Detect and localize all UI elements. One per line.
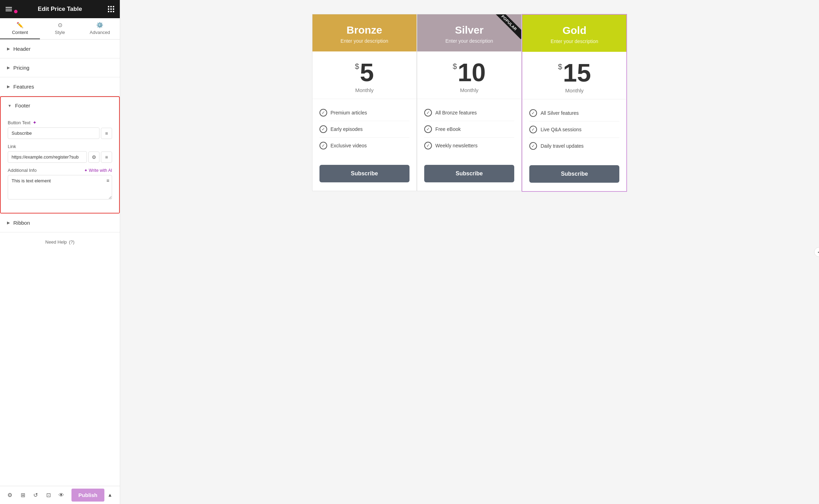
bronze-features-area: ✓ Premium articles ✓ Early episodes ✓ Ex… — [312, 99, 417, 159]
additional-info-label-row: Additional Info ✦ Write with AI — [8, 168, 112, 173]
sidebar: Edit Price Table ✏️ Content ⊙ Style ⚙️ A… — [0, 0, 120, 504]
header-section-label: Header — [13, 46, 30, 52]
help-circle-icon: (?) — [69, 239, 75, 245]
need-help-label: Need Help — [45, 239, 67, 245]
gold-card: Gold Enter your description $ 15 Monthly… — [522, 14, 627, 192]
silver-title: Silver — [424, 24, 514, 36]
accordion-features-section: ▶ Features — [0, 77, 120, 96]
dynamic-tags-icon[interactable]: ✦ — [33, 120, 37, 125]
publish-expand-icon[interactable]: ▲ — [104, 489, 116, 501]
footer-section-label: Footer — [15, 103, 30, 108]
accordion-ribbon-toggle[interactable]: ▶ Ribbon — [0, 214, 120, 232]
bronze-price-area: $ 5 Monthly — [312, 51, 417, 99]
bronze-price-display: $ 5 — [319, 60, 410, 85]
silver-features-area: ✓ All Bronze features ✓ Free eBook ✓ Wee… — [417, 99, 521, 159]
gold-feature-1: ✓ All Silver features — [529, 105, 619, 121]
link-input[interactable] — [8, 151, 87, 163]
settings-toolbar-icon[interactable]: ⚙ — [4, 489, 16, 502]
main-content: ◀ Bronze Enter your description $ 5 Mont… — [120, 0, 819, 504]
preview-toolbar-icon[interactable]: 👁 — [56, 489, 67, 502]
silver-card: Silver Enter your description POPULAR $ … — [417, 14, 522, 191]
button-text-row: Button Text ✦ ≡ — [8, 120, 112, 139]
bronze-subscribe-btn[interactable]: Subscribe — [319, 165, 410, 182]
gold-card-header: Gold Enter your description — [522, 15, 626, 52]
link-label: Link — [8, 144, 16, 149]
link-row: Link ⚙ ≡ — [8, 144, 112, 163]
responsive-toolbar-icon[interactable]: ⊡ — [43, 489, 54, 502]
silver-feature-3: ✓ Weekly newsletters — [424, 138, 514, 154]
gold-check-icon-1: ✓ — [529, 109, 537, 117]
accordion-ribbon-section: ▶ Ribbon — [0, 214, 120, 232]
gold-title: Gold — [529, 24, 619, 36]
advanced-tab-icon: ⚙️ — [96, 22, 103, 28]
link-settings-icon[interactable]: ⚙ — [88, 152, 99, 163]
gold-price-display: $ 15 — [529, 60, 619, 85]
sidebar-collapse-btn[interactable]: ◀ — [814, 247, 819, 257]
bronze-subscribe-area: Subscribe — [312, 159, 417, 191]
gold-feature-2: ✓ Live Q&A sessions — [529, 121, 619, 138]
additional-info-textarea[interactable]: This is text element — [8, 175, 112, 200]
link-input-group: ⚙ ≡ — [8, 151, 112, 163]
accordion-header-toggle[interactable]: ▶ Header — [0, 40, 120, 58]
pricing-section-label: Pricing — [13, 65, 29, 71]
silver-currency: $ — [453, 62, 457, 71]
silver-desc: Enter your description — [424, 38, 514, 44]
ribbon-section-label: Ribbon — [13, 220, 30, 226]
textarea-db-icon[interactable]: ≡ — [106, 178, 109, 183]
write-with-ai-btn[interactable]: ✦ Write with AI — [84, 168, 112, 173]
layers-toolbar-icon[interactable]: ⊞ — [17, 489, 29, 502]
sidebar-header: Edit Price Table — [0, 0, 120, 18]
ribbon-arrow-icon: ▶ — [7, 220, 10, 225]
pricing-arrow-icon: ▶ — [7, 65, 10, 70]
need-help-row[interactable]: Need Help (?) — [0, 232, 120, 252]
style-tab-icon: ⊙ — [58, 22, 62, 28]
accordion-pricing-toggle[interactable]: ▶ Pricing — [0, 58, 120, 77]
bronze-feature-2: ✓ Early episodes — [319, 121, 410, 138]
bronze-feature-3: ✓ Exclusive videos — [319, 138, 410, 154]
silver-price-area: $ 10 Monthly — [417, 51, 521, 99]
menu-icon[interactable] — [6, 7, 12, 11]
button-text-label: Button Text ✦ — [8, 120, 112, 125]
accordion-features-toggle[interactable]: ▶ Features — [0, 77, 120, 96]
tab-bar: ✏️ Content ⊙ Style ⚙️ Advanced — [0, 18, 120, 40]
gold-feature-3: ✓ Daily travel updates — [529, 138, 619, 154]
button-text-db-icon[interactable]: ≡ — [101, 128, 112, 139]
content-tab-label: Content — [12, 30, 28, 35]
additional-info-row: Additional Info ✦ Write with AI This is … — [8, 168, 112, 201]
accordion-header-section: ▶ Header — [0, 40, 120, 58]
gold-check-icon-3: ✓ — [529, 142, 537, 150]
publish-button[interactable]: Publish — [71, 489, 104, 502]
gold-price-number: 15 — [563, 60, 591, 85]
silver-subscribe-btn[interactable]: Subscribe — [424, 165, 514, 182]
pricing-container: Bronze Enter your description $ 5 Monthl… — [312, 14, 627, 192]
button-text-input[interactable] — [8, 127, 99, 139]
tab-content[interactable]: ✏️ Content — [0, 18, 40, 39]
silver-check-icon-3: ✓ — [424, 142, 432, 149]
sidebar-title: Edit Price Table — [38, 6, 82, 13]
accordion-footer-section: ▼ Footer Button Text ✦ ≡ — [0, 96, 120, 214]
gold-subscribe-btn[interactable]: Subscribe — [529, 165, 619, 183]
publish-group: Publish ▲ — [70, 489, 116, 502]
bronze-title: Bronze — [319, 24, 410, 36]
sidebar-content: ▶ Header ▶ Pricing ▶ Features ▼ Footer — [0, 40, 120, 486]
history-toolbar-icon[interactable]: ↺ — [30, 489, 42, 502]
apps-icon[interactable] — [108, 6, 114, 12]
silver-price-display: $ 10 — [424, 60, 514, 85]
link-label-row: Link — [8, 144, 112, 149]
bronze-card-header: Bronze Enter your description — [312, 14, 417, 51]
link-db-icon[interactable]: ≡ — [101, 152, 112, 163]
features-arrow-icon: ▶ — [7, 84, 10, 89]
gold-currency: $ — [558, 62, 562, 71]
silver-check-icon-1: ✓ — [424, 109, 432, 117]
accordion-pricing-section: ▶ Pricing — [0, 58, 120, 77]
features-section-label: Features — [13, 84, 34, 90]
gold-period: Monthly — [529, 88, 619, 93]
gold-features-area: ✓ All Silver features ✓ Live Q&A session… — [522, 99, 626, 160]
accordion-footer-toggle[interactable]: ▼ Footer — [1, 97, 119, 114]
tab-advanced[interactable]: ⚙️ Advanced — [80, 18, 120, 39]
tab-style[interactable]: ⊙ Style — [40, 18, 80, 39]
silver-subscribe-area: Subscribe — [417, 159, 521, 191]
style-tab-label: Style — [55, 30, 65, 35]
silver-period: Monthly — [424, 87, 514, 93]
gold-desc: Enter your description — [529, 38, 619, 44]
